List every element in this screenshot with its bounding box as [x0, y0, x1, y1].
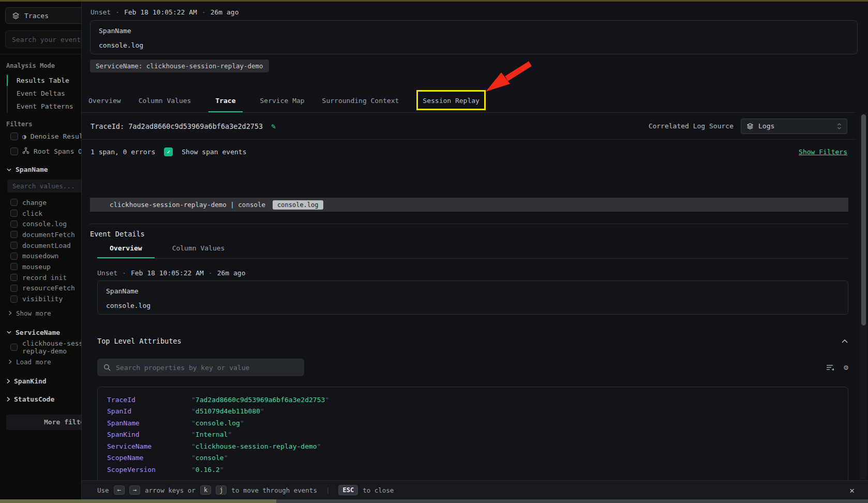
show-more-link[interactable]: Show more: [8, 307, 81, 319]
chevron-right-icon: [6, 378, 10, 384]
span-summary-row: 1 span, 0 errors ✓ Show span events Show…: [82, 140, 856, 164]
tab-trace[interactable]: Trace: [208, 97, 242, 112]
facet-checkbox[interactable]: [10, 295, 18, 303]
attribute-value[interactable]: clickhouse-session-replay-demo: [191, 442, 321, 450]
attribute-value[interactable]: Internal: [191, 431, 232, 438]
tab-service-map[interactable]: Service Map: [260, 97, 305, 112]
facet-value-row[interactable]: mouseup: [10, 261, 81, 272]
attribute-value[interactable]: console.log: [191, 419, 244, 427]
facet-label: documentLoad: [22, 242, 71, 249]
nav-item-event-deltas[interactable]: Event Deltas: [8, 87, 81, 100]
facet-value-row[interactable]: resourceFetch: [10, 283, 81, 294]
tab-overview[interactable]: Overview: [88, 97, 121, 112]
video-top-strip: [0, 0, 868, 2]
panel-scrollbar[interactable]: [860, 113, 867, 480]
facet-value-row[interactable]: mousedown: [10, 250, 81, 261]
chevron-right-icon: [8, 310, 12, 316]
facet-checkbox[interactable]: [10, 285, 18, 292]
video-progress-bar[interactable]: [0, 499, 868, 503]
facet-value-row[interactable]: record init: [10, 272, 81, 283]
scrollbar-thumb[interactable]: [861, 114, 866, 326]
attribute-key[interactable]: SpanName: [107, 419, 191, 427]
facet-value-row[interactable]: documentFetch: [10, 229, 81, 240]
attribute-search-input[interactable]: Search properties by key or value: [97, 359, 304, 376]
more-filters-button[interactable]: More filters: [6, 415, 81, 430]
group-header-statuscode[interactable]: StatusCode: [6, 392, 81, 406]
facet-value-row[interactable]: change: [10, 197, 81, 208]
group-header-spanname[interactable]: SpanName: [6, 162, 81, 176]
select-chevrons-icon: [837, 123, 842, 130]
k-key: k: [200, 485, 211, 495]
service-name-badge[interactable]: ServiceName: clickhouse-session-replay-d…: [90, 60, 269, 72]
attribute-value[interactable]: console: [191, 454, 228, 462]
facet-checkbox[interactable]: [10, 220, 18, 228]
facet-checkbox[interactable]: [10, 274, 18, 281]
filter-lines-icon[interactable]: [826, 364, 834, 371]
facet-label: mouseup: [22, 263, 51, 271]
group-header-servicename[interactable]: ServiceName: [6, 326, 81, 339]
source-selector-button[interactable]: Traces: [5, 7, 81, 24]
app-screen: Traces Search your event Analysis Mode R…: [0, 0, 868, 503]
waterfall-span-row[interactable]: clickhouse-session-replay-demo | console…: [90, 198, 848, 212]
log-source-select[interactable]: Logs: [741, 119, 847, 134]
facet-checkbox[interactable]: [10, 210, 18, 217]
facet-checkbox[interactable]: [10, 199, 18, 206]
tab-surrounding-context[interactable]: Surrounding Context: [322, 97, 399, 112]
load-more-link[interactable]: Load more: [8, 356, 81, 368]
subtab-overview[interactable]: Overview: [97, 241, 155, 258]
root-spans-toggle[interactable]: Root Spans Only: [10, 147, 81, 156]
facet-checkbox[interactable]: [10, 242, 18, 249]
facet-value-row[interactable]: clickhouse-session-replay-demo: [10, 342, 81, 353]
search-sidebar: Traces Search your event Analysis Mode R…: [0, 2, 81, 499]
event-search-input[interactable]: Search your event: [5, 31, 81, 48]
denoise-results-toggle[interactable]: ◑ Denoise Results: [10, 132, 81, 140]
trace-id-text: TraceId: 7ad2ad8660c9d53969a6bf6a3e2d275…: [91, 122, 263, 130]
tab-session-replay[interactable]: Session Replay: [423, 97, 480, 105]
facet-value-row[interactable]: click: [10, 208, 81, 219]
attribute-key[interactable]: ScopeName: [107, 454, 191, 462]
event-details-title: Event Details: [90, 230, 145, 238]
show-span-events-checkbox[interactable]: ✓: [164, 147, 173, 156]
collapse-section-chevron-up-icon[interactable]: [841, 339, 848, 344]
denoise-checkbox[interactable]: [10, 132, 18, 140]
facet-value-row[interactable]: console.log: [10, 218, 81, 229]
attribute-value[interactable]: 7ad2ad8660c9d53969a6bf6a3e2d2753: [191, 396, 329, 404]
tab-column-values[interactable]: Column Values: [139, 97, 191, 112]
facet-checkbox[interactable]: [10, 263, 18, 270]
log-source-value: Logs: [758, 122, 774, 130]
gear-icon[interactable]: ⚙: [844, 363, 848, 372]
attribute-value[interactable]: d51079d4eb11b080: [191, 407, 264, 415]
j-key: j: [216, 485, 227, 495]
nav-item-results-table[interactable]: Results Table: [8, 74, 81, 87]
attribute-key[interactable]: SpanKind: [107, 431, 191, 438]
facet-checkbox[interactable]: [10, 253, 18, 260]
facet-value-row[interactable]: documentLoad: [10, 240, 81, 251]
event-relative-time: 26m ago: [211, 8, 239, 16]
attribute-value[interactable]: 0.16.2: [191, 466, 224, 474]
attribute-row: SpanName console.log: [107, 417, 848, 429]
subtab-column-values[interactable]: Column Values: [160, 241, 237, 258]
attribute-key[interactable]: ServiceName: [107, 442, 191, 450]
annotation-arrow-icon: [478, 60, 538, 97]
facet-checkbox[interactable]: [10, 231, 18, 238]
facet-value-row[interactable]: visibility: [10, 293, 81, 304]
close-icon[interactable]: ✕: [849, 485, 855, 495]
top-level-attributes-header: Top Level Attributes: [97, 337, 848, 345]
facet-label: click: [22, 210, 42, 217]
attribute-key[interactable]: TraceId: [107, 396, 191, 404]
nav-item-event-patterns[interactable]: Event Patterns: [8, 100, 81, 113]
attribute-key[interactable]: SpanId: [107, 407, 191, 415]
show-filters-link[interactable]: Show Filters: [799, 148, 847, 156]
chevron-down-icon: [6, 330, 12, 334]
attribute-search-row: Search properties by key or value ⚙: [97, 359, 848, 376]
hierarchy-icon: [22, 147, 29, 156]
attributes-table: TraceId 7ad2ad8660c9d53969a6bf6a3e2d2753…: [97, 387, 848, 483]
group-header-spankind[interactable]: SpanKind: [6, 374, 81, 388]
span-name-card: SpanName console.log: [97, 280, 848, 315]
edit-trace-id-icon[interactable]: ✎: [271, 122, 276, 131]
root-spans-checkbox[interactable]: [10, 147, 18, 155]
group-label: SpanName: [16, 166, 48, 173]
spanname-values-search-input[interactable]: Search values...: [7, 180, 81, 193]
attribute-key[interactable]: ScopeVersion: [107, 466, 191, 474]
facet-checkbox[interactable]: [10, 344, 18, 351]
